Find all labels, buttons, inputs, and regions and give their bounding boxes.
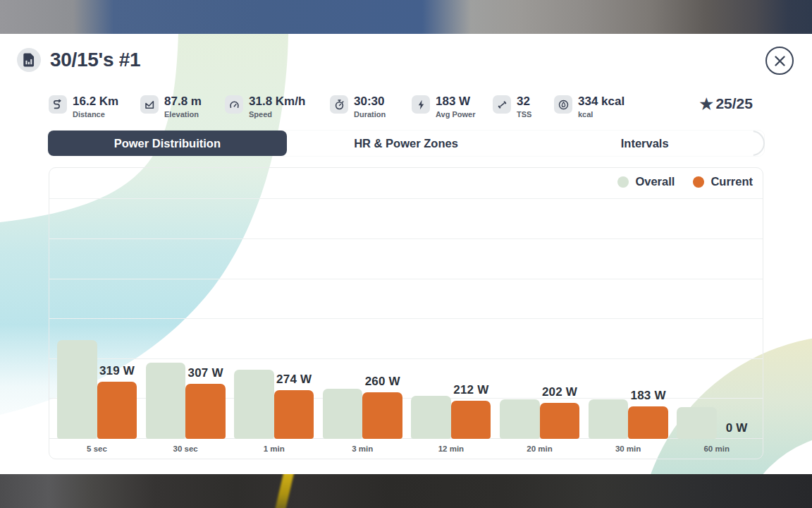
elevation-icon: [140, 95, 159, 114]
tab-bar: Power Distribuition HR & Power Zones Int…: [48, 131, 764, 156]
app-screen: 30/15's #1 16.2 Km Distance: [0, 0, 812, 508]
star-icon: ★: [699, 95, 714, 113]
speed-icon: [225, 95, 243, 114]
bar-value-label: 274 W: [254, 373, 334, 387]
stat-duration: 30:30 Duration: [330, 95, 386, 119]
current-bar: [97, 382, 137, 439]
legend-label: Current: [710, 175, 753, 188]
power-icon: [412, 95, 430, 114]
overall-bar: [57, 340, 97, 439]
gridline: [49, 358, 763, 359]
close-x-icon: [774, 55, 786, 67]
stat-label: Duration: [354, 110, 386, 119]
current-bar: [628, 406, 668, 439]
stat-distance: 16.2 Km Distance: [49, 95, 118, 119]
stat-kcal: 334 kcal kcal: [554, 95, 625, 119]
bar-value-label: 183 W: [608, 389, 689, 403]
workout-title: 30/15's #1: [50, 49, 140, 71]
duration-icon: [330, 95, 348, 114]
gridline: [49, 198, 763, 199]
workout-file-icon: [17, 48, 41, 72]
current-bar: [451, 401, 491, 439]
tab-power-distribution[interactable]: Power Distribuition: [48, 131, 287, 156]
workout-summary-modal: 30/15's #1 16.2 Km Distance: [0, 34, 812, 474]
overall-bar: [589, 399, 629, 439]
category-label: 60 min: [663, 445, 770, 453]
tab-intervals[interactable]: Intervals: [525, 131, 764, 156]
stat-value: 32: [517, 95, 531, 108]
gridline: [49, 279, 763, 279]
bar-value-label: 212 W: [431, 383, 511, 397]
legend-item-overall[interactable]: Overall: [617, 175, 675, 188]
stat-tss: 32 TSS: [493, 95, 531, 119]
current-dot-icon: [693, 176, 704, 188]
stat-value: 30:30: [354, 95, 386, 108]
current-bar: [362, 392, 402, 439]
stat-label: TSS: [517, 110, 531, 119]
stat-speed: 31.8 Km/h Speed: [225, 95, 305, 119]
power-distribution-chart: 319 W5 sec307 W30 sec274 W1 min260 W3 mi…: [49, 168, 763, 439]
overall-dot-icon: [617, 176, 629, 188]
legend-item-current[interactable]: Current: [693, 175, 753, 188]
close-button[interactable]: [765, 47, 794, 75]
overall-bar: [500, 399, 540, 439]
workout-score: ★ 25/25: [699, 95, 753, 113]
gridline: [49, 238, 763, 239]
stat-value: 31.8 Km/h: [249, 95, 305, 108]
legend-label: Overall: [635, 175, 675, 188]
current-bar: [274, 390, 314, 439]
stat-label: Avg Power: [436, 110, 475, 119]
current-bar: [185, 384, 226, 439]
score-value: 25/25: [715, 95, 753, 112]
stat-value: 183 W: [436, 95, 475, 108]
overall-bar: [411, 396, 451, 439]
tab-hr-power-zones[interactable]: HR & Power Zones: [287, 131, 526, 156]
bar-value-label: 202 W: [519, 385, 600, 399]
flame-icon: [554, 95, 572, 114]
road-stripe-decoration: [274, 474, 294, 508]
power-distribution-panel: Overall Current 319 W5 sec307 W30 sec274…: [49, 167, 763, 459]
stat-label: Speed: [249, 110, 305, 119]
stat-value: 87.8 m: [164, 95, 202, 108]
bar-value-label: 0 W: [696, 421, 777, 435]
stat-label: Elevation: [164, 110, 202, 119]
dumbbell-icon: [493, 95, 511, 114]
background-photo-bottom: [0, 474, 812, 508]
current-bar: [540, 403, 580, 439]
route-icon: [49, 95, 67, 114]
stat-label: kcal: [578, 110, 625, 119]
stat-elevation: 87.8 m Elevation: [140, 95, 202, 119]
stat-value: 16.2 Km: [73, 95, 118, 108]
chart-legend: Overall Current: [617, 175, 753, 188]
stat-avg-power: 183 W Avg Power: [412, 95, 475, 119]
overall-bar: [323, 389, 363, 439]
stat-label: Distance: [73, 110, 118, 119]
gridline: [49, 318, 763, 319]
stat-value: 334 kcal: [578, 95, 625, 108]
background-photo-top: [0, 0, 812, 34]
bar-value-label: 260 W: [343, 375, 423, 389]
bar-value-label: 319 W: [77, 364, 157, 378]
